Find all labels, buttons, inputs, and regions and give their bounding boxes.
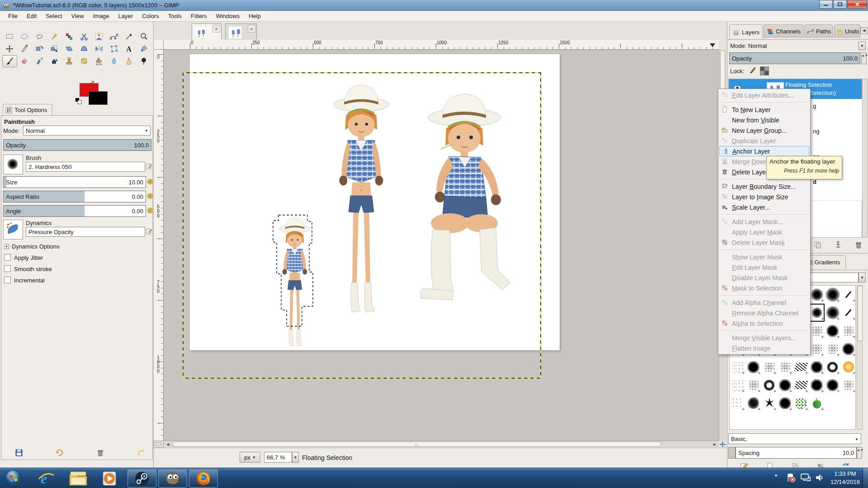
brush-pepper[interactable]: + [809, 394, 825, 412]
checkbox-box[interactable] [4, 254, 11, 261]
menu-item-delete-layer-mask[interactable]: Delete Layer Mask [718, 237, 810, 248]
dynamics-edit-icon[interactable] [146, 228, 152, 235]
brush-thumbnail[interactable] [3, 155, 23, 174]
tool-rotate-icon[interactable] [32, 43, 46, 54]
aspect-link-icon[interactable] [147, 192, 153, 200]
menu-layer[interactable]: Layer [114, 11, 138, 21]
duplicate-button[interactable] [813, 240, 823, 250]
menu-image[interactable]: Image [88, 11, 113, 21]
menu-item-disable-layer-mask[interactable]: Disable Layer Mask [718, 272, 810, 283]
paint-mode-select[interactable]: Normal ▼ [23, 126, 151, 136]
brush-txd[interactable]: + [840, 340, 856, 358]
brush-select[interactable]: 2. Hardness 050 [26, 162, 145, 172]
brush-tx[interactable]: + [761, 358, 777, 376]
menu-item-layer-to-image-size[interactable]: Layer to Image Size [718, 192, 810, 202]
brush-txr[interactable]: + [825, 358, 840, 376]
anchor-button[interactable] [834, 240, 844, 250]
checkbox-apply-jitter[interactable]: Apply Jitter [4, 254, 43, 261]
brush-txr[interactable]: + [761, 376, 777, 394]
brush-tx[interactable]: + [745, 376, 761, 394]
brush-tx[interactable]: + [777, 358, 793, 376]
brush-blob[interactable]: + [745, 394, 761, 412]
windows-explorer-icon[interactable] [69, 471, 88, 486]
tool-foreground-select-icon[interactable] [92, 31, 106, 42]
menu-select[interactable]: Select [41, 11, 66, 21]
tool-heal-icon[interactable] [77, 55, 91, 66]
taskbar-steam[interactable] [127, 469, 156, 488]
layer-list-scrollbar[interactable] [862, 79, 868, 238]
brush-txd[interactable]: + [825, 376, 840, 394]
layer-mode-select-icon[interactable]: ▼ [859, 42, 866, 50]
brush-s12[interactable]: + [809, 304, 825, 322]
tool-perspective-clone-icon[interactable] [92, 55, 106, 66]
tool-flip-icon[interactable] [92, 43, 106, 54]
image-tab-2[interactable]: × [225, 23, 257, 41]
taskbar-clock[interactable]: 1:33 PM 12/14/2016 [830, 470, 860, 486]
brush-tx[interactable]: + [840, 376, 856, 394]
tool-perspective-icon[interactable] [77, 43, 91, 54]
brush-scr[interactable]: + [793, 358, 809, 376]
brush-slash[interactable]: + [840, 286, 856, 304]
menu-help[interactable]: Help [244, 11, 265, 21]
checkbox-smooth-stroke[interactable]: Smooth stroke [4, 265, 52, 272]
menu-view[interactable]: View [67, 11, 89, 21]
brush-txd[interactable]: + [825, 322, 840, 340]
vertical-ruler[interactable]: 02505007501000 [154, 50, 164, 441]
brush-txd[interactable]: + [777, 394, 793, 412]
tool-paintbrush-icon[interactable] [2, 55, 17, 67]
brush-collection-select[interactable]: Basic, ▼ [728, 433, 861, 444]
spacing-slider[interactable]: Spacing 10.0 [736, 447, 857, 459]
tool-text-icon[interactable]: A [122, 43, 136, 54]
tool-smudge-icon[interactable] [122, 55, 136, 66]
tool-shear-icon[interactable] [62, 43, 76, 54]
tool-airbrush-icon[interactable] [32, 55, 46, 66]
tool-move-icon[interactable] [2, 43, 16, 54]
tool-scissors-select-icon[interactable] [77, 31, 91, 42]
tool-ink-icon[interactable] [47, 55, 61, 66]
brush-grid-scrollbar[interactable] [857, 285, 863, 430]
menu-item-new-layer-group[interactable]: New Layer Group... [718, 125, 810, 136]
menu-item-new-from-visible[interactable]: New from Visible [718, 115, 810, 125]
horizontal-scrollbar-thumb[interactable]: ||| [173, 441, 661, 447]
menu-item-apply-layer-mask[interactable]: Apply Layer Mask [718, 227, 810, 237]
tool-free-select-icon[interactable] [32, 31, 46, 42]
hidden-icons-icon[interactable]: ▲ [774, 473, 778, 477]
tool-paths-icon[interactable] [107, 31, 121, 42]
network-icon[interactable] [800, 473, 811, 483]
size-link-icon[interactable] [147, 178, 153, 185]
title-bar[interactable]: *WillowTutorial.xcf-8.0 (RGB color, 5 la… [0, 0, 868, 11]
brush-s18[interactable]: + [825, 304, 840, 322]
tool-color-picker-icon[interactable] [122, 31, 136, 42]
canvas-viewport[interactable] [164, 50, 719, 441]
maximize-button[interactable] [833, 0, 847, 9]
menu-item-add-layer-mask[interactable]: Add Layer Mask... [718, 216, 810, 227]
unit-select[interactable]: px▼ [240, 452, 260, 463]
checkbox-box[interactable] [4, 265, 11, 272]
dynamics-thumbnail[interactable] [3, 220, 23, 239]
lock-alpha-icon[interactable] [760, 66, 769, 75]
scroll-left-icon[interactable]: ◀ [165, 442, 171, 447]
menu-item-merge-visible-layers[interactable]: Merge Visible Layers... [718, 333, 810, 343]
menu-item-edit-layer-mask[interactable]: Edit Layer Mask [718, 262, 810, 272]
brush-tx[interactable]: + [809, 322, 825, 340]
brush-txd[interactable]: + [809, 376, 825, 394]
canvas-navigation-button[interactable] [719, 441, 726, 448]
image-tab-1-close-icon[interactable]: × [212, 25, 220, 33]
menu-item-mask-to-selection[interactable]: Mask to Selection [718, 283, 810, 293]
menu-item-add-alpha-channel[interactable]: Add Alpha Channel [718, 297, 810, 308]
brush-sp[interactable]: + [730, 376, 745, 394]
tool-cage-transform-icon[interactable] [107, 43, 121, 54]
action-center-icon[interactable] [786, 473, 796, 483]
angle-slider[interactable]: Angle 0.00 [3, 205, 146, 217]
checkbox-incremental[interactable]: Incremental [4, 277, 45, 284]
menu-file[interactable]: File [4, 11, 22, 21]
horizontal-scrollbar[interactable]: ◀ ||| ▶ [164, 441, 719, 448]
layer-opacity-spinner[interactable]: ▲▼ [861, 52, 867, 64]
brush-glow[interactable]: + [840, 358, 856, 376]
brush-tx[interactable]: + [840, 322, 856, 340]
menu-item-alpha-to-selection[interactable]: Alpha to Selection [718, 318, 810, 328]
tool-ellipse-select-icon[interactable] [17, 31, 31, 42]
opacity-slider[interactable]: Opacity 100.0 [3, 139, 151, 151]
close-button[interactable] [847, 0, 867, 9]
brush-txd[interactable]: + [745, 358, 761, 376]
